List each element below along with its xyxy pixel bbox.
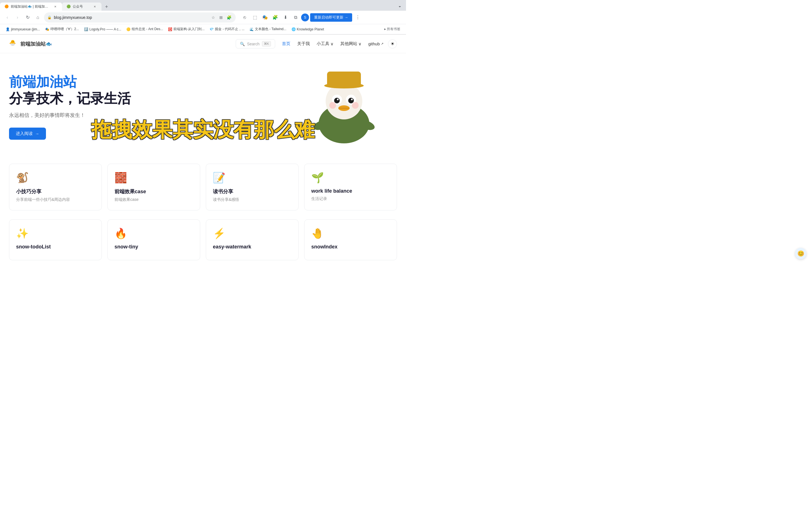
hero-duck-illustration	[305, 59, 384, 152]
bookmark-label-8: Knowledge Planet	[297, 27, 324, 31]
bookmark-label-3: Logoly.Pro —— A c...	[89, 27, 121, 31]
bookmark-antd[interactable]: 🟡 组件总览 - Ant Des...	[124, 25, 165, 33]
logo-emoji: 🐣	[9, 40, 18, 48]
card-title-1: 小技巧分享	[16, 188, 95, 195]
search-label: Search	[247, 42, 259, 46]
card-snow-tiny[interactable]: 🔥 snow-tiny	[107, 219, 200, 260]
bookmarks-bar: 👤 jimmyxuexue (jim... 🎭 哔哩哔哩（'∀'）2... 🅿️…	[0, 24, 406, 34]
tab-favicon-2: 🟢	[66, 4, 71, 9]
customize-icon[interactable]: ⊞	[218, 14, 224, 21]
site-search[interactable]: 🔍 Search ⌘K	[236, 39, 275, 48]
bookmark-favicon-4: 🟡	[126, 27, 131, 31]
tab-close-2[interactable]: ✕	[93, 4, 97, 9]
bookmark-label-4: 组件总览 - Ant Des...	[132, 27, 163, 32]
codesandbox-icon[interactable]: 🎭	[260, 13, 269, 22]
svg-point-9	[351, 99, 353, 100]
nav-links: 首页 关于我 小工具 ∨ 其他网站 ∨ github ↗	[282, 41, 384, 47]
nav-tools[interactable]: 小工具 ∨	[317, 41, 334, 47]
back-button[interactable]: ‹	[3, 13, 11, 21]
bookmark-favicon-6: 💎	[209, 27, 214, 31]
hero-section: 前端加油站 分享技术，记录生活 永远相信，美好的事情即将发生！ 进入阅读 →	[0, 53, 406, 155]
external-link-icon: ↗	[381, 42, 384, 46]
extension-icon[interactable]: 🧩	[225, 14, 232, 21]
nav-other-sites[interactable]: 其他网站 ∨	[340, 41, 361, 47]
card-snow-todolist[interactable]: ✨ snow-todoList	[9, 219, 102, 260]
tab-close-1[interactable]: ✕	[53, 4, 57, 9]
card-easy-watermark[interactable]: ⚡ easy-watermark	[206, 219, 299, 260]
card-emoji-5: ✨	[16, 228, 95, 239]
dropdown-arrow-other: ∨	[358, 41, 361, 47]
reload-button[interactable]: ↻	[24, 13, 32, 21]
profile-button[interactable]: S	[301, 13, 309, 21]
more-menu-icon[interactable]: ⋮	[353, 13, 362, 22]
bookmark-juejin[interactable]: 💎 掘金 - 代码不止，...	[207, 25, 247, 33]
home-button[interactable]: ⌂	[34, 13, 42, 21]
bookmark-favicon-5: 🅾️	[168, 27, 172, 31]
nav-about[interactable]: 关于我	[297, 41, 310, 47]
card-effects[interactable]: 🧱 前端效果case 前端效果case	[107, 164, 200, 210]
card-reading[interactable]: 📝 读书分享 读书分享&感悟	[206, 164, 299, 210]
card-title-6: snow-tiny	[114, 244, 193, 250]
card-emoji-8: 🤚	[311, 228, 390, 239]
svg-rect-3	[327, 71, 361, 87]
split-screen-icon[interactable]: ⧉	[291, 13, 300, 22]
bookmark-knowledge-planet[interactable]: 🌐 Knowledge Planet	[289, 26, 326, 33]
tab-overflow-button[interactable]	[396, 3, 404, 11]
card-emoji-6: 🔥	[114, 228, 193, 239]
bookmark-favicon-7: 🌊	[250, 27, 254, 31]
address-bar[interactable]: 🔒 blog.jimmyxuexue.top ☆ ⊞ 🧩	[44, 12, 236, 22]
bookmark-favicon-3: 🅿️	[84, 27, 88, 31]
card-worklife[interactable]: 🌱 work life balance 生活记录	[304, 164, 397, 210]
dropdown-arrow-tools: ∨	[331, 41, 334, 47]
bookmark-favicon-2: 🎭	[45, 27, 49, 31]
site-navigation: 🐣 前端加油站🐟 🔍 Search ⌘K 首页 关于我 小工具 ∨ 其他网站 ∨…	[0, 35, 406, 53]
website-content: 🐣 前端加油站🐟 🔍 Search ⌘K 首页 关于我 小工具 ∨ 其他网站 ∨…	[0, 35, 406, 269]
svg-point-8	[337, 99, 339, 100]
bookmark-frontend-arch[interactable]: 🅾️ 前端架构-从入门到...	[166, 25, 207, 33]
extensions-puzzle-icon[interactable]: 🧩	[271, 13, 280, 22]
bookmark-tailwind[interactable]: 🌊 文本颜色 - Tailwind...	[247, 25, 289, 33]
tab-favicon-1: 🟠	[4, 4, 9, 9]
bookmark-logoly[interactable]: 🅿️ Logoly.Pro —— A c...	[82, 26, 123, 33]
bookmark-bilibili[interactable]: 🎭 哔哩哔哩（'∀'）2...	[43, 25, 81, 33]
cards-grid-1: 🐒 小技巧分享 分享前端一些小技巧&周边内容 🧱 前端效果case 前端效果ca…	[9, 164, 397, 210]
lock-icon: 🔒	[47, 15, 52, 19]
bookmarks-more-button[interactable]: ▸ 所有书签	[382, 25, 403, 33]
extensions-icon[interactable]: ⬚	[250, 13, 259, 22]
bookmark-label-2: 哔哩哔哩（'∀'）2...	[50, 27, 79, 32]
svg-point-6	[334, 98, 340, 103]
tab-active[interactable]: 🟠 前端加油站🐟 | 前端加油站🐟 ✕	[0, 3, 62, 11]
nav-home[interactable]: 首页	[282, 41, 290, 47]
card-snowindex[interactable]: 🤚 snowIndex	[304, 219, 397, 260]
hero-description: 永远相信，美好的事情即将发生！	[9, 112, 178, 119]
card-emoji-1: 🐒	[16, 172, 95, 184]
nav-github[interactable]: github ↗	[368, 41, 384, 46]
cards-section-row1: 🐒 小技巧分享 分享前端一些小技巧&周边内容 🧱 前端效果case 前端效果ca…	[0, 155, 406, 219]
card-desc-3: 读书分享&感悟	[213, 197, 292, 202]
screen-share-icon[interactable]: ⎋	[240, 13, 249, 22]
forward-button[interactable]: ›	[13, 13, 21, 21]
hero-btn-label: 进入阅读	[16, 131, 33, 136]
site-logo[interactable]: 🐣 前端加油站🐟	[9, 40, 52, 48]
bookmark-favicon-1: 👤	[6, 27, 10, 31]
bookmark-label-7: 文本颜色 - Tailwind...	[255, 27, 286, 32]
card-emoji-2: 🧱	[114, 172, 193, 184]
card-tips[interactable]: 🐒 小技巧分享 分享前端一些小技巧&周边内容	[9, 164, 102, 210]
tab-title-1: 前端加油站🐟 | 前端加油站🐟	[11, 4, 51, 9]
bookmark-star-icon[interactable]: ☆	[210, 14, 216, 21]
card-desc-2: 前端效果case	[114, 197, 193, 202]
bookmarks-more-label: ▸ 所有书签	[384, 27, 400, 32]
bookmark-label-6: 掘金 - 代码不止，...	[215, 27, 245, 32]
new-tab-button[interactable]: +	[103, 3, 110, 11]
tab-2[interactable]: 🟢 公众号 ✕	[62, 3, 101, 11]
svg-point-13	[352, 102, 359, 109]
bookmark-jimmyxuexue[interactable]: 👤 jimmyxuexue (jim...	[3, 26, 42, 33]
bookmark-label-1: jimmyxuexue (jim...	[11, 27, 40, 31]
download-icon[interactable]: ⬇	[281, 13, 290, 22]
card-title-8: snowIndex	[311, 244, 390, 250]
hero-cta-button[interactable]: 进入阅读 →	[9, 128, 46, 140]
bookmark-favicon-8: 🌐	[292, 27, 296, 31]
restart-button[interactable]: 重新启动即可更新 →	[310, 13, 352, 22]
svg-point-12	[329, 102, 336, 109]
theme-toggle-button[interactable]: ☀	[388, 40, 397, 48]
